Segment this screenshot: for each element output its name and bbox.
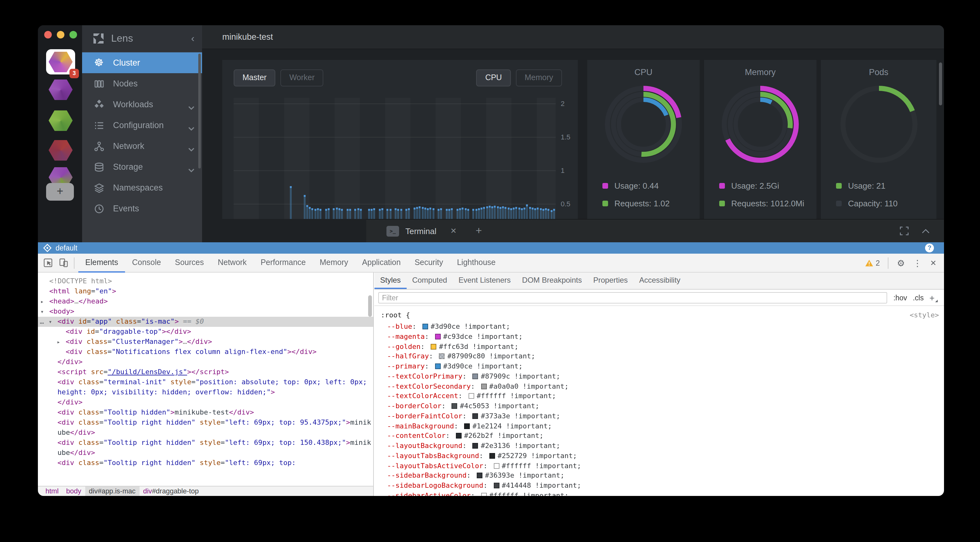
color-swatch[interactable]	[452, 403, 458, 409]
color-swatch[interactable]	[473, 413, 478, 419]
tab-elements[interactable]: Elements	[78, 254, 125, 272]
breadcrumb-item[interactable]: html	[42, 486, 62, 496]
dom-tree-line[interactable]: ▸<div class="ClusterManager">…</div>	[38, 337, 373, 347]
fullscreen-icon[interactable]	[900, 227, 908, 235]
styles-tab-computed[interactable]: Computed	[406, 273, 453, 289]
sidebar-item-storage[interactable]: Storage	[82, 157, 202, 177]
color-swatch[interactable]	[464, 423, 470, 429]
sidebar-scrollbar[interactable]	[198, 54, 201, 168]
main-scrollbar[interactable]	[939, 62, 942, 105]
overflow-gutter-icon[interactable]: …	[40, 317, 44, 327]
dom-tree-line[interactable]: <html lang="en">	[38, 287, 373, 296]
expand-arrow-right-icon[interactable]: ▸	[40, 296, 44, 307]
styles-filter-input[interactable]	[378, 292, 887, 303]
sidebar-item-namespaces[interactable]: Namespaces	[82, 177, 202, 198]
breadcrumb-item[interactable]: div#draggable-top	[139, 486, 202, 496]
tab-security[interactable]: Security	[407, 254, 450, 272]
color-swatch[interactable]	[493, 483, 499, 488]
sidebar-item-configuration[interactable]: Configuration	[82, 115, 202, 136]
close-window-button[interactable]	[44, 31, 52, 38]
rule-selector[interactable]: :root {	[381, 311, 410, 319]
styles-tab-dom-breakpoints[interactable]: DOM Breakpoints	[517, 273, 587, 289]
breadcrumb-item[interactable]: body	[62, 486, 85, 496]
device-toolbar-icon[interactable]	[59, 258, 68, 268]
css-variable-row[interactable]: --mainBackground: #1e2124 !important;	[387, 422, 939, 432]
expand-arrow-down-icon[interactable]: ▾	[49, 317, 52, 327]
chevron-up-icon[interactable]	[921, 228, 930, 234]
sidebar-item-network[interactable]: Network	[82, 136, 202, 157]
add-cluster-button[interactable]: +	[46, 183, 74, 201]
dom-tree-line[interactable]: ▾<body>	[38, 307, 373, 317]
color-swatch[interactable]	[493, 463, 499, 469]
sidebar-item-workloads[interactable]: Workloads	[82, 94, 202, 115]
dom-tree-line[interactable]: <div class="Tooltip right hidden" style=…	[38, 438, 373, 458]
css-variable-row[interactable]: --borderFaintColor: #373a3e !important;	[387, 412, 939, 422]
css-variable-row[interactable]: --halfGray: #87909c80 !important;	[387, 352, 939, 363]
css-variable-row[interactable]: --textColorPrimary: #87909c !important;	[387, 372, 939, 382]
color-swatch[interactable]	[489, 453, 495, 459]
css-variable-row[interactable]: --contentColor: #262b2f !important;	[387, 432, 939, 442]
toggle-classes-button[interactable]: .cls	[913, 294, 924, 301]
color-swatch[interactable]	[469, 393, 474, 399]
color-swatch[interactable]	[456, 433, 461, 439]
dom-tree-line[interactable]: <div class="Tooltip hidden">minikube-tes…	[38, 407, 373, 418]
css-variable-row[interactable]: --textColorSecondary: #a0a0a0 !important…	[387, 382, 939, 392]
style-source-link[interactable]: <style>	[910, 311, 939, 319]
css-variable-row[interactable]: --sidebarBackground: #36393e !important;	[387, 472, 939, 482]
sidebar-item-cluster[interactable]: ☸Cluster	[82, 52, 202, 73]
styles-tab-event-listeners[interactable]: Event Listeners	[453, 273, 516, 289]
sidebar-collapse-icon[interactable]: ‹	[191, 34, 194, 43]
new-style-rule-button[interactable]: +	[929, 292, 938, 303]
color-swatch[interactable]	[431, 344, 436, 349]
css-variable-row[interactable]: --sidebarLogoBackground: #414448 !import…	[387, 482, 939, 491]
toggle-hover-state-button[interactable]: :hov	[894, 294, 907, 301]
dom-tree-line[interactable]: <div class="Notifications flex column al…	[38, 347, 373, 357]
tab-performance[interactable]: Performance	[253, 254, 313, 272]
css-variable-row[interactable]: --borderColor: #4c5053 !important;	[387, 402, 939, 412]
dom-tree-line[interactable]: <!DOCTYPE html>	[38, 276, 373, 287]
cluster-icon[interactable]	[46, 138, 75, 163]
color-swatch[interactable]	[435, 334, 441, 339]
color-swatch[interactable]	[422, 324, 428, 330]
minimize-window-button[interactable]	[57, 31, 64, 38]
dom-tree-line[interactable]: </div>	[38, 398, 373, 407]
kebab-menu-icon[interactable]: ⋮	[913, 258, 922, 268]
expand-arrow-right-icon[interactable]: ▸	[57, 337, 60, 347]
inspect-element-icon[interactable]	[44, 258, 53, 268]
settings-gear-icon[interactable]: ⚙	[897, 258, 905, 268]
styles-tab-properties[interactable]: Properties	[587, 273, 633, 289]
cluster-icon[interactable]: 3	[46, 49, 75, 74]
tab-memory[interactable]: Memory	[313, 254, 355, 272]
dom-tree-line[interactable]: <div id="draggable-top"></div>	[38, 327, 373, 337]
dom-tree-line[interactable]: <div class="Tooltip right hidden" style=…	[38, 418, 373, 438]
color-swatch[interactable]	[477, 473, 482, 479]
terminal-add-icon[interactable]: +	[476, 225, 482, 237]
sidebar-item-nodes[interactable]: Nodes	[82, 73, 202, 94]
color-swatch[interactable]	[473, 443, 478, 448]
css-variable-row[interactable]: --sidebarActiveColor: #ffffff !important…	[387, 491, 939, 496]
cpu-metric-button[interactable]: CPU	[476, 70, 511, 86]
color-swatch[interactable]	[481, 383, 487, 389]
css-variable-row[interactable]: --primary: #3d90ce !important;	[387, 362, 939, 372]
styles-tab-accessibility[interactable]: Accessibility	[633, 273, 686, 289]
css-variable-row[interactable]: --textColorAccent: #ffffff !important;	[387, 392, 939, 402]
tab-console[interactable]: Console	[125, 254, 168, 272]
css-variable-row[interactable]: --magenta: #c93dce !important;	[387, 333, 939, 342]
tab-application[interactable]: Application	[355, 254, 407, 272]
worker-filter-button[interactable]: Worker	[280, 70, 323, 86]
devtools-close-icon[interactable]: ✕	[930, 258, 936, 267]
color-swatch[interactable]	[435, 363, 441, 369]
terminal-tab[interactable]: Terminal	[406, 226, 436, 236]
memory-metric-button[interactable]: Memory	[516, 70, 562, 86]
breadcrumb-item[interactable]: div#app.is-mac	[85, 486, 139, 496]
styles-tab-styles[interactable]: Styles	[374, 273, 406, 289]
dom-tree-line[interactable]: </div>	[38, 357, 373, 367]
css-variable-row[interactable]: --golden: #ffc63d !important;	[387, 342, 939, 352]
dom-tree-line[interactable]: <script src="/build/LensDev.js"></script…	[38, 367, 373, 377]
elements-scrollbar[interactable]	[368, 295, 372, 317]
help-icon[interactable]: ?	[925, 244, 934, 252]
master-filter-button[interactable]: Master	[234, 70, 275, 86]
tab-network[interactable]: Network	[211, 254, 254, 272]
cluster-icon[interactable]	[46, 77, 75, 102]
dom-tree-line[interactable]: ▾…<div id="app" class="is-mac"> == $0	[38, 317, 373, 327]
